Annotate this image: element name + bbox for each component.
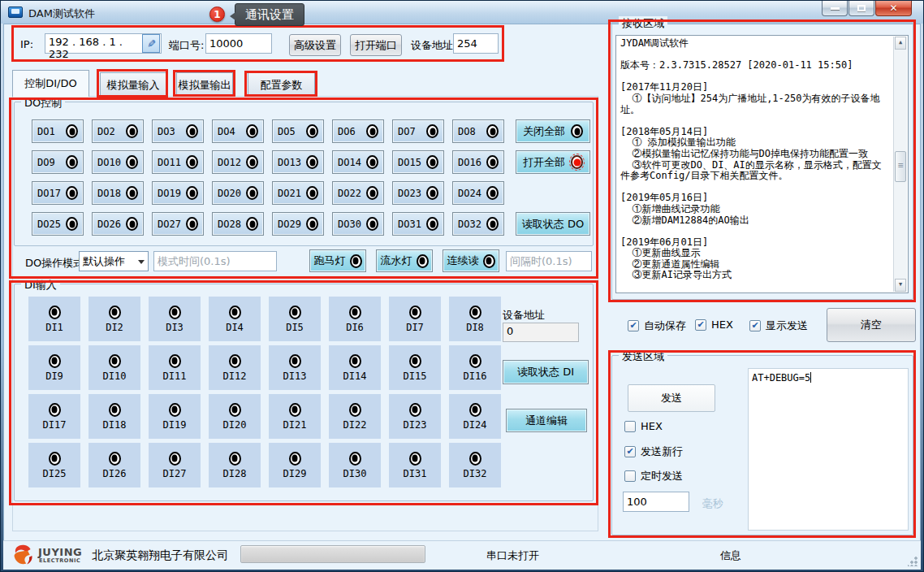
do-channel-button[interactable]: DO26 [92,212,144,236]
di-channel-tile[interactable]: DI7 [389,297,441,341]
resize-grip-icon[interactable] [908,557,918,566]
tx-hex-checkbox[interactable] [624,421,636,432]
do-channel-button[interactable]: DO2 [92,119,144,143]
do-channel-button[interactable]: DO12 [212,150,264,174]
di-channel-tile[interactable]: DI32 [449,443,501,488]
di-channel-tile[interactable]: DI2 [89,297,140,341]
show-send-checkbox[interactable] [749,320,761,332]
do-channel-button[interactable]: DO11 [152,150,204,174]
di-channel-tile[interactable]: DI13 [269,345,321,390]
do-channel-button[interactable]: DO15 [392,150,444,174]
di-channel-tile[interactable]: DI15 [389,345,441,390]
close-button[interactable]: ✕ [875,1,912,16]
autosave-checkbox[interactable] [628,320,639,332]
do-channel-button[interactable]: DO5 [272,119,324,143]
do-channel-button[interactable]: DO10 [92,150,144,174]
send-interval-input[interactable] [623,492,689,512]
receive-log[interactable]: JYDAM调试软件 版本号：2.3.7315.28527 [2020-01-11… [615,35,909,293]
do-channel-button[interactable]: DO21 [272,181,324,205]
maximize-button[interactable] [848,1,874,16]
do-channel-button[interactable]: DO28 [212,212,264,236]
tab-control-dido[interactable]: 控制DI/DO [12,70,89,97]
do-channel-button[interactable]: DO18 [92,181,144,205]
do-mode-select[interactable]: 默认操作 [79,251,149,271]
di-channel-tile[interactable]: DI16 [449,345,501,390]
do-channel-button[interactable]: DO30 [332,212,384,236]
do-channel-button[interactable]: DO1 [32,119,84,143]
di-channel-tile[interactable]: DI24 [449,394,501,439]
channel-edit-button[interactable]: 通道编辑 [506,409,587,432]
di-channel-tile[interactable]: DI18 [89,394,140,439]
minimize-button[interactable] [822,1,848,16]
di-channel-tile[interactable]: DI19 [149,394,201,439]
di-channel-tile[interactable]: DI14 [329,345,381,390]
di-channel-tile[interactable]: DI10 [89,345,140,390]
di-channel-tile[interactable]: DI25 [28,443,80,488]
do-channel-button[interactable]: DO4 [212,119,264,143]
do-channel-button[interactable]: DO27 [152,212,204,236]
do-channel-button[interactable]: DO13 [272,150,324,174]
do-channel-button[interactable]: DO24 [452,181,504,205]
continuous-read-button[interactable]: 连续读 [443,249,499,272]
di-channel-tile[interactable]: DI3 [149,297,201,341]
di-channel-tile[interactable]: DI23 [389,394,441,439]
open-all-button[interactable]: 打开全部 [516,150,590,174]
do-channel-button[interactable]: DO31 [392,212,444,236]
port-input[interactable] [205,33,272,54]
do-channel-button[interactable]: DO25 [32,212,84,236]
di-channel-tile[interactable]: DI5 [269,297,321,341]
timed-send-checkbox[interactable] [624,470,636,482]
di-channel-tile[interactable]: DI4 [209,297,261,341]
edit-ip-button[interactable]: ✎ [142,34,160,53]
send-textarea[interactable]: AT+DEBUG=5 [748,368,909,531]
di-channel-tile[interactable]: DI27 [149,443,201,488]
do-channel-button[interactable]: DO14 [332,150,384,174]
open-port-button[interactable]: 打开端口 [350,34,402,56]
close-all-button[interactable]: 关闭全部 [516,119,590,143]
di-device-addr-input[interactable]: 0 [503,323,579,342]
send-button[interactable]: 发送 [628,384,715,412]
rx-hex-checkbox[interactable] [695,319,706,331]
do-channel-button[interactable]: DO23 [392,181,444,205]
device-addr-input[interactable] [453,33,499,54]
di-channel-tile[interactable]: DI9 [28,345,80,390]
di-channel-tile[interactable]: DI31 [389,443,441,488]
di-channel-tile[interactable]: DI11 [149,345,201,390]
scroll-thumb[interactable] [895,151,906,182]
send-newline-checkbox[interactable] [624,446,636,457]
tab-analog-input[interactable]: 模拟量输入 [100,72,166,97]
di-channel-tile[interactable]: DI28 [209,443,261,488]
di-channel-tile[interactable]: DI20 [209,394,261,439]
do-channel-button[interactable]: DO29 [272,212,324,236]
do-channel-button[interactable]: DO7 [392,119,444,143]
di-channel-tile[interactable]: DI29 [269,443,321,488]
do-channel-button[interactable]: DO32 [452,212,504,236]
mode-time-input[interactable] [153,251,277,271]
do-channel-button[interactable]: DO22 [332,181,384,205]
scroll-up-icon[interactable]: ▲ [895,37,906,50]
di-channel-tile[interactable]: DI21 [269,394,321,439]
di-channel-tile[interactable]: DI26 [89,443,140,488]
do-channel-button[interactable]: DO8 [452,119,504,143]
di-channel-tile[interactable]: DI12 [209,345,261,390]
marquee-button[interactable]: 跑马灯 [309,249,366,272]
read-di-status-button[interactable]: 读取状态 DI [503,360,589,384]
di-channel-tile[interactable]: DI17 [28,394,80,439]
di-channel-tile[interactable]: DI22 [329,394,381,439]
do-channel-button[interactable]: DO19 [152,181,204,205]
do-channel-button[interactable]: DO3 [152,119,204,143]
do-channel-button[interactable]: DO20 [212,181,264,205]
do-channel-button[interactable]: DO9 [32,150,84,174]
do-channel-button[interactable]: DO6 [332,119,384,143]
tab-analog-output[interactable]: 模拟量输出 [176,72,233,97]
di-channel-tile[interactable]: DI1 [28,297,80,341]
di-channel-tile[interactable]: DI8 [449,297,501,341]
do-channel-button[interactable]: DO17 [32,181,84,205]
clear-button[interactable]: 清空 [827,308,916,342]
read-do-status-button[interactable]: 读取状态 DO [516,212,590,236]
tab-config-params[interactable]: 配置参数 [248,72,315,97]
di-channel-tile[interactable]: DI6 [329,297,381,341]
interval-time-input[interactable] [506,251,592,271]
scroll-down-icon[interactable]: ▼ [895,279,906,292]
di-channel-tile[interactable]: DI30 [329,443,381,488]
